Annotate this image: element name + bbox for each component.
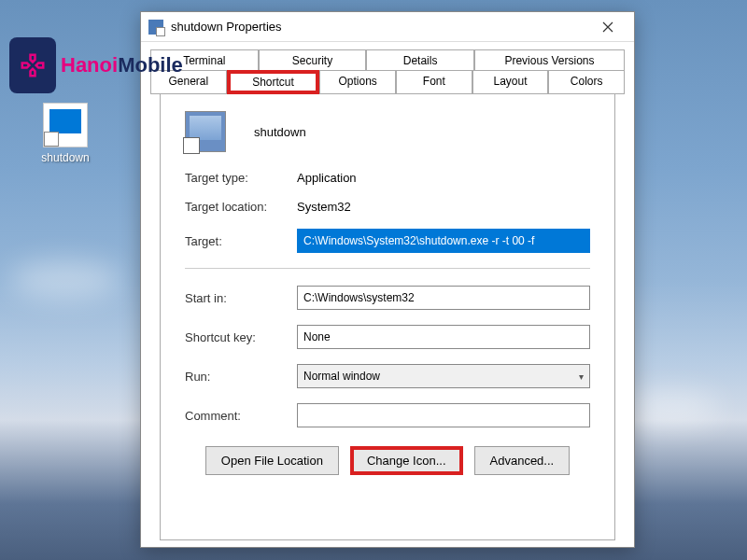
tab-content: shutdown Target type: Application Target… [160, 94, 615, 540]
button-row: Open File Location Change Icon... Advanc… [185, 446, 590, 475]
target-location-row: Target location: System32 [185, 200, 590, 214]
tab-row-2: General Shortcut Options Font Layout Col… [150, 71, 625, 94]
shortcut-label: shutdown [33, 151, 98, 164]
start-in-input[interactable] [297, 286, 590, 310]
target-input[interactable] [297, 229, 590, 253]
tab-security[interactable]: Security [259, 49, 367, 71]
start-in-row: Start in: [185, 286, 590, 310]
start-in-label: Start in: [185, 291, 297, 305]
watermark-logo: HanoiMobile [9, 37, 183, 93]
shortcut-key-label: Shortcut key: [185, 330, 297, 344]
open-file-location-button[interactable]: Open File Location [205, 446, 339, 475]
dialog-titlebar[interactable]: shutdown Properties [141, 12, 634, 42]
shortcut-key-row: Shortcut key: [185, 325, 590, 349]
cloud-decoration [626, 392, 719, 425]
tab-font[interactable]: Font [396, 70, 472, 94]
run-row: Run: Normal window ▾ [185, 364, 590, 388]
tab-details[interactable]: Details [366, 49, 474, 71]
tab-previous-versions[interactable]: Previous Versions [474, 49, 625, 71]
run-value: Normal window [303, 370, 380, 383]
titlebar-shortcut-icon [148, 20, 163, 35]
tab-options[interactable]: Options [319, 70, 396, 94]
shortcut-key-input[interactable] [297, 325, 590, 349]
comment-input[interactable] [297, 403, 590, 427]
watermark-text-1: Hanoi [61, 53, 118, 77]
close-button[interactable] [589, 14, 627, 40]
cloud-decoration [9, 261, 121, 299]
tab-shortcut[interactable]: Shortcut [227, 70, 320, 94]
dialog-title: shutdown Properties [171, 20, 589, 34]
watermark-text-2: Mobile [118, 53, 183, 77]
divider-1 [185, 268, 590, 269]
target-row: Target: [185, 229, 590, 253]
watermark-phone-icon [9, 37, 56, 93]
close-icon [602, 21, 613, 33]
tab-colors[interactable]: Colors [548, 70, 625, 94]
comment-label: Comment: [185, 409, 297, 423]
shortcut-header: shutdown [185, 111, 590, 152]
target-location-value: System32 [297, 200, 590, 214]
desktop-shortcut[interactable]: shutdown [33, 103, 98, 164]
target-type-value: Application [297, 171, 590, 185]
run-label: Run: [185, 370, 297, 384]
tab-row-1: Terminal Security Details Previous Versi… [150, 49, 625, 71]
change-icon-button[interactable]: Change Icon... [350, 446, 463, 475]
tabs-container: Terminal Security Details Previous Versi… [141, 42, 634, 540]
shortcut-icon [43, 103, 88, 147]
target-type-row: Target type: Application [185, 171, 590, 185]
target-location-label: Target location: [185, 200, 297, 214]
properties-dialog: shutdown Properties Terminal Security De… [140, 11, 635, 548]
run-select[interactable]: Normal window ▾ [297, 364, 590, 388]
target-type-label: Target type: [185, 171, 297, 185]
advanced-button[interactable]: Advanced... [474, 446, 571, 475]
shortcut-large-icon [185, 111, 226, 152]
shortcut-name: shutdown [254, 125, 306, 139]
comment-row: Comment: [185, 403, 590, 427]
chevron-down-icon: ▾ [579, 371, 584, 382]
tab-layout[interactable]: Layout [472, 70, 549, 94]
target-label: Target: [185, 234, 297, 248]
